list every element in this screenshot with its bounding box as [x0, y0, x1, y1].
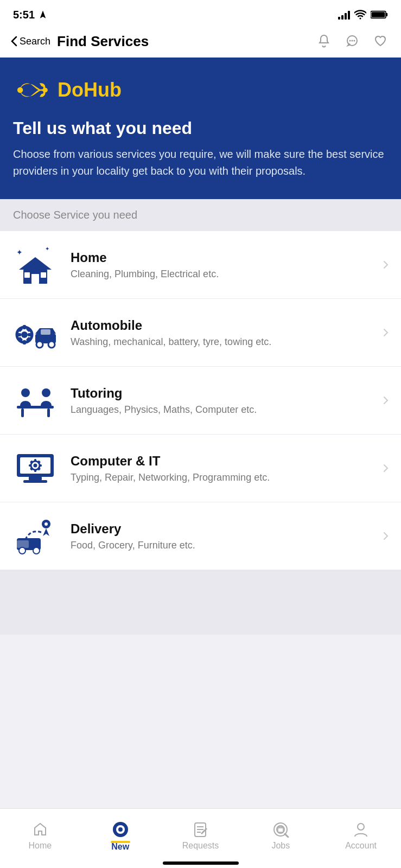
chevron-right-icon — [381, 464, 390, 473]
tutoring-icon — [12, 381, 59, 420]
dohub-logo-icon — [13, 75, 51, 105]
svg-rect-43 — [29, 464, 31, 467]
tab-jobs[interactable]: Jobs — [240, 809, 321, 857]
svg-rect-37 — [29, 477, 42, 480]
svg-rect-29 — [41, 329, 50, 335]
tab-requests-icon — [192, 821, 208, 838]
delivery-service-desc: Food, Grocery, Furniture etc. — [71, 540, 381, 551]
svg-rect-13 — [31, 274, 39, 284]
service-list: ✦ ✦ Home Cleaning, Plumbing, Electrical … — [0, 231, 401, 570]
page-title: Find Services — [57, 33, 314, 50]
automobile-service-desc: Washing, mechanical, battery, tyre, towi… — [71, 336, 381, 348]
svg-marker-11 — [19, 257, 52, 270]
svg-point-33 — [21, 388, 30, 397]
svg-point-27 — [36, 341, 43, 348]
svg-rect-65 — [278, 828, 283, 832]
tutoring-service-icon — [11, 379, 60, 422]
service-item-tutoring[interactable]: Tutoring Languages, Physics, Maths, Comp… — [0, 367, 401, 435]
svg-point-53 — [19, 547, 26, 554]
tab-home-icon — [32, 821, 48, 838]
tab-home[interactable]: Home — [0, 809, 80, 857]
tab-new[interactable]: New — [80, 809, 161, 857]
tab-new-icon-wrap — [111, 820, 130, 839]
battery-icon — [371, 10, 388, 20]
chat-button[interactable] — [342, 31, 362, 51]
svg-rect-15 — [41, 272, 46, 278]
chevron-right-icon — [381, 260, 390, 269]
computer-it-service-desc: Typing, Repair, Networking, Programming … — [71, 472, 381, 483]
hero-logo: DoHub — [13, 75, 388, 105]
tab-jobs-icon — [272, 821, 289, 838]
home-service-text: Home Cleaning, Plumbing, Electrical etc. — [71, 250, 381, 280]
automobile-service-name: Automobile — [71, 318, 381, 333]
tab-new-icon — [111, 820, 130, 839]
svg-rect-38 — [23, 480, 47, 483]
home-icon: ✦ ✦ — [14, 245, 57, 284]
tab-account-icon — [353, 821, 369, 838]
tab-home-icon-wrap — [32, 821, 48, 838]
bell-button[interactable] — [314, 31, 334, 51]
svg-point-4 — [349, 40, 351, 42]
automobile-service-icon — [11, 311, 60, 354]
computer-it-icon — [12, 449, 59, 488]
svg-point-66 — [358, 824, 364, 830]
tab-account-label: Account — [345, 841, 377, 851]
svg-rect-2 — [372, 12, 385, 17]
service-item-automobile[interactable]: Automobile Washing, mechanical, battery,… — [0, 299, 401, 367]
tab-requests-label: Requests — [182, 841, 219, 851]
service-item-delivery[interactable]: Delivery Food, Grocery, Furniture etc. — [0, 502, 401, 570]
tab-requests[interactable]: Requests — [161, 809, 241, 857]
svg-point-8 — [43, 88, 48, 93]
hero-title: Tell us what you need — [13, 118, 388, 138]
svg-point-5 — [352, 40, 353, 42]
svg-point-40 — [33, 464, 37, 468]
hero-banner: DoHub Tell us what you need Choose from … — [0, 58, 401, 199]
heart-icon — [373, 34, 388, 49]
svg-rect-31 — [21, 409, 24, 417]
tutoring-service-text: Tutoring Languages, Physics, Maths, Comp… — [71, 386, 381, 416]
tab-jobs-label: Jobs — [271, 841, 290, 851]
automobile-service-text: Automobile Washing, mechanical, battery,… — [71, 318, 381, 348]
svg-line-64 — [285, 834, 288, 837]
tab-new-label: New — [111, 842, 129, 852]
tab-account-icon-wrap — [353, 821, 369, 838]
svg-point-7 — [17, 87, 23, 93]
heart-button[interactable] — [371, 31, 390, 51]
delivery-service-name: Delivery — [71, 521, 381, 537]
status-time: 5:51 — [13, 9, 35, 21]
section-label: Choose Service you need — [0, 199, 401, 231]
chevron-right-icon — [381, 532, 390, 540]
home-service-name: Home — [71, 250, 381, 265]
svg-rect-52 — [17, 540, 29, 548]
tutoring-service-desc: Languages, Physics, Maths, Computer etc. — [71, 404, 381, 416]
chevron-right-icon — [381, 396, 390, 405]
svg-point-28 — [48, 341, 55, 348]
service-item-home[interactable]: ✦ ✦ Home Cleaning, Plumbing, Electrical … — [0, 231, 401, 299]
svg-rect-32 — [47, 409, 50, 417]
gray-spacer — [0, 570, 401, 635]
chat-icon — [345, 34, 360, 49]
home-service-desc: Cleaning, Plumbing, Electrical etc. — [71, 269, 381, 280]
status-icons — [338, 10, 388, 20]
hero-desc: Choose from various services you require… — [13, 146, 388, 180]
computer-it-service-icon — [11, 446, 60, 490]
status-bar: 5:51 — [0, 0, 401, 27]
back-button[interactable]: Search — [11, 36, 50, 47]
svg-rect-30 — [17, 406, 54, 409]
svg-rect-21 — [28, 333, 32, 336]
svg-point-50 — [44, 522, 48, 526]
svg-rect-14 — [24, 272, 30, 278]
svg-rect-44 — [39, 464, 42, 467]
computer-it-service-text: Computer & IT Typing, Repair, Networking… — [71, 454, 381, 483]
signal-bars — [338, 10, 350, 20]
svg-point-54 — [33, 547, 40, 554]
bell-icon — [316, 34, 332, 49]
back-label: Search — [20, 36, 50, 47]
tab-account[interactable]: Account — [321, 809, 401, 857]
svg-text:✦: ✦ — [16, 248, 23, 257]
svg-rect-41 — [34, 459, 36, 462]
delivery-service-icon — [11, 514, 60, 558]
delivery-icon — [12, 516, 59, 556]
svg-rect-20 — [17, 333, 21, 336]
service-item-computer-it[interactable]: Computer & IT Typing, Repair, Networking… — [0, 435, 401, 502]
